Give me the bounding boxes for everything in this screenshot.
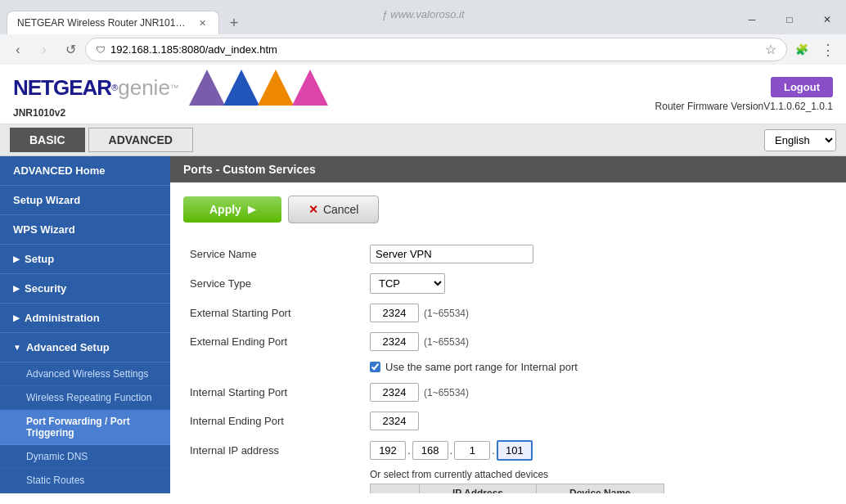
sidebar-subitem-advanced-wireless[interactable]: Advanced Wireless Settings [0,362,170,386]
header-right: Logout Router Firmware VersionV1.1.0.62_… [655,77,833,112]
basic-tab[interactable]: BASIC [10,128,85,152]
new-tab-button[interactable]: + [223,11,245,34]
browser-tab[interactable]: NETGEAR Wireless Router JNR1010v... ✕ [7,11,219,34]
close-icon[interactable]: ✕ [196,16,209,29]
same-port-checkbox[interactable] [370,362,380,372]
model-name: JNR1010v2 [13,107,328,119]
service-name-label: Service Name [183,240,363,268]
ip-sep-1: . [407,444,411,457]
ext-end-port-row: External Ending Port (1~65534) [183,327,833,356]
bookmark-icon[interactable]: ☆ [765,42,776,57]
int-start-port-cell: (1~65534) [363,378,833,407]
sidebar-item-wps-wizard[interactable]: WPS Wizard [0,215,170,245]
extensions-icon[interactable]: 🧩 [790,38,813,61]
sidebar-item-administration[interactable]: ▶ Administration [0,304,170,333]
page-title-bar: Ports - Custom Services [170,156,846,182]
devices-col-empty [371,484,420,494]
browser-chrome: NETGEAR Wireless Router JNR1010v... ✕ + … [0,0,846,65]
sidebar-item-advanced-setup[interactable]: ▼ Advanced Setup [0,333,170,362]
minimize-button[interactable]: ─ [733,5,771,34]
content-area: Ports - Custom Services Apply ▶ ✕ Cancel [170,156,846,493]
logo-reg: ® [111,83,118,92]
int-start-port-label: Internal Starting Port [183,378,363,407]
sidebar-subitem-port-forwarding[interactable]: Port Forwarding / Port Triggering [0,410,170,445]
int-ip-part4[interactable] [497,440,533,461]
int-end-port-cell [363,407,833,435]
int-ip-part2[interactable] [412,441,448,460]
tab-bar: NETGEAR Wireless Router JNR1010v... ✕ + … [0,0,846,34]
apply-arrow-icon: ▶ [248,204,255,215]
main-layout: ADVANCED Home Setup Wizard WPS Wizard ▶ … [0,156,846,493]
nav-tabs: BASIC ADVANCED English Français Deutsch … [0,124,846,156]
ext-start-port-label: External Starting Port [183,299,363,327]
apply-button[interactable]: Apply ▶ [183,196,281,223]
service-type-row: Service Type TCP UDP TCP/UDP [183,268,833,299]
ext-end-port-label: External Ending Port [183,327,363,356]
ext-start-port-range: (1~65534) [424,308,469,319]
devices-col-ip: IP Address [420,484,537,494]
ext-end-port-cell: (1~65534) [363,327,833,356]
int-ip-label: Internal IP address [183,435,363,466]
sidebar-subitem-wireless-repeating[interactable]: Wireless Repeating Function [0,386,170,410]
refresh-button[interactable]: ↺ [59,38,82,61]
address-bar[interactable]: 🛡 ☆ [85,38,787,61]
arrow-icon: ▶ [13,313,20,322]
service-name-input[interactable] [370,245,533,263]
url-input[interactable] [110,43,760,56]
back-button[interactable]: ‹ [7,38,29,61]
sidebar-subitem-dynamic-dns[interactable]: Dynamic DNS [0,445,170,469]
int-end-port-input[interactable] [370,412,419,430]
select-device-hint: Or select from currently attached device… [370,469,833,480]
sidebar-item-security[interactable]: ▶ Security [0,274,170,304]
ext-end-port-input[interactable] [370,332,419,351]
sidebar-subitem-remote-management[interactable]: Remote Management [0,493,170,493]
int-ip-cell: . . . [363,435,833,466]
window-controls: ─ □ ✕ [733,5,846,34]
sidebar: ADVANCED Home Setup Wizard WPS Wizard ▶ … [0,156,170,493]
logo-tm: ™ [170,83,179,92]
int-ip-part1[interactable] [370,441,406,460]
language-dropdown[interactable]: English Français Deutsch Español [764,129,836,151]
logo-genie: genie [118,75,170,101]
cancel-button[interactable]: ✕ Cancel [288,196,380,223]
router-header: NETGEAR ® genie ™ JNR1010v2 Logout Route… [0,65,846,124]
advanced-tab[interactable]: ADVANCED [88,128,193,152]
ext-start-port-row: External Starting Port (1~65534) [183,299,833,327]
logo-area: NETGEAR ® genie ™ JNR1010v2 [13,70,328,119]
int-ip-row: Internal IP address . . . [183,435,833,466]
sidebar-item-setup-wizard[interactable]: Setup Wizard [0,186,170,215]
ip-sep-3: . [492,444,495,457]
int-start-port-row: Internal Starting Port (1~65534) [183,378,833,407]
logo-decoration [189,70,328,106]
logout-button[interactable]: Logout [771,77,833,97]
int-end-port-row: Internal Ending Port [183,407,833,435]
int-ip-part3[interactable] [454,441,490,460]
int-end-port-label: Internal Ending Port [183,407,363,435]
ext-start-port-cell: (1~65534) [363,299,833,327]
devices-col-name: Device Name [537,484,664,494]
shield-icon: 🛡 [96,44,106,56]
arrow-icon: ▶ [13,284,20,293]
service-type-select[interactable]: TCP UDP TCP/UDP [370,273,445,294]
service-name-cell [363,240,833,268]
service-type-label: Service Type [183,268,363,299]
forward-button[interactable]: › [33,38,56,61]
same-port-label[interactable]: Use the same port range for Internal por… [370,361,826,373]
address-bar-row: ‹ › ↺ 🛡 ☆ 🧩 ⋮ [0,34,846,65]
menu-icon[interactable]: ⋮ [817,38,839,61]
close-window-button[interactable]: ✕ [808,5,846,34]
same-port-row: Use the same port range for Internal por… [183,356,833,378]
logo-netgear: NETGEAR [13,75,111,101]
maximize-button[interactable]: □ [771,5,808,34]
service-type-cell: TCP UDP TCP/UDP [363,268,833,299]
form-table: Service Name Service Type TCP UDP TCP/UD… [183,240,833,466]
language-selector[interactable]: English Français Deutsch Español [764,129,836,151]
sidebar-item-advanced-home[interactable]: ADVANCED Home [0,156,170,186]
router-ui: NETGEAR ® genie ™ JNR1010v2 Logout Route… [0,65,846,493]
same-port-cell: Use the same port range for Internal por… [363,356,833,378]
sidebar-subitem-static-routes[interactable]: Static Routes [0,469,170,493]
action-bar: Apply ▶ ✕ Cancel [183,196,833,223]
ext-start-port-input[interactable] [370,304,419,322]
int-start-port-input[interactable] [370,383,419,402]
sidebar-item-setup[interactable]: ▶ Setup [0,245,170,274]
